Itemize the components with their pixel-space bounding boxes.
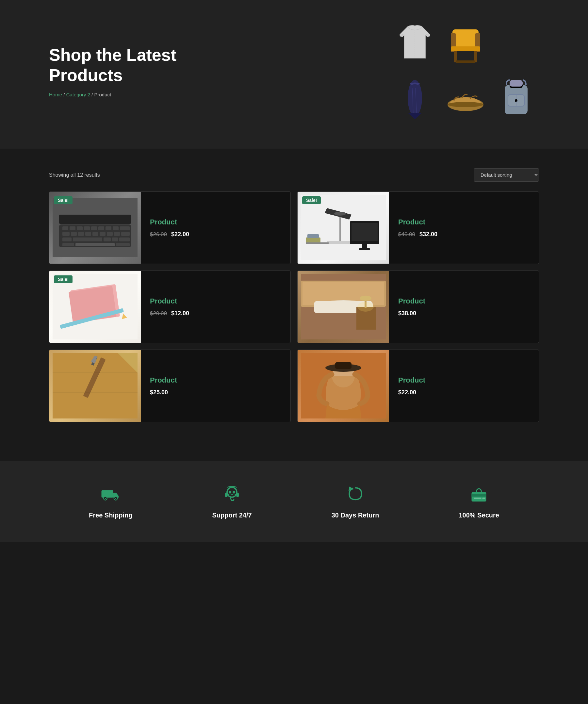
svg-rect-92	[236, 493, 239, 497]
svg-rect-100	[474, 497, 481, 499]
product-image-3: Sale!	[49, 271, 141, 343]
svg-rect-44	[73, 237, 102, 241]
svg-rect-28	[84, 226, 90, 230]
product-card-5[interactable]: Product $25.00	[49, 350, 291, 422]
price-sale-3: $12.00	[171, 310, 189, 316]
hero-title-line2: Products	[49, 66, 122, 84]
feature-shipping-label: Free Shipping	[89, 512, 132, 519]
sale-badge-3: Sale!	[54, 275, 72, 283]
product-price-1: $26.00 $22.00	[150, 231, 189, 238]
svg-rect-47	[119, 237, 130, 241]
svg-rect-84	[335, 362, 352, 369]
feature-return-label: 30 Days Return	[332, 512, 379, 519]
svg-rect-48	[62, 243, 74, 246]
product-image-inner-6	[298, 350, 389, 422]
svg-rect-101	[482, 497, 485, 499]
breadcrumb-home[interactable]: Home	[49, 92, 62, 97]
svg-point-95	[233, 491, 235, 493]
svg-rect-42	[121, 232, 130, 236]
price-regular-5: $25.00	[150, 389, 168, 396]
product-grid: Sale! Product $26.00 $22.00	[49, 191, 539, 422]
product-card-1[interactable]: Sale! Product $26.00 $22.00	[49, 191, 291, 264]
svg-rect-58	[359, 248, 370, 250]
svg-rect-0	[453, 30, 479, 47]
product-name-3: Product	[150, 297, 189, 305]
product-image-5	[49, 350, 141, 422]
sale-badge-1: Sale!	[54, 196, 72, 204]
truck-icon	[101, 484, 121, 506]
price-original-1: $26.00	[150, 231, 167, 237]
product-image-6	[298, 350, 389, 422]
svg-rect-61	[306, 242, 329, 244]
svg-rect-60	[307, 234, 319, 238]
price-regular-6: $22.00	[398, 389, 416, 396]
svg-rect-31	[106, 226, 111, 230]
svg-point-54	[334, 212, 346, 216]
headset-icon	[222, 484, 242, 506]
hero-section: Shop the Latest Products Home / Category…	[0, 0, 588, 149]
svg-rect-50	[116, 243, 130, 246]
svg-rect-26	[70, 226, 75, 230]
product-card-4[interactable]: Product $38.00	[297, 271, 539, 343]
svg-point-89	[115, 498, 116, 499]
svg-rect-30	[98, 226, 104, 230]
svg-rect-53	[339, 215, 341, 241]
product-card-2[interactable]: Sale! Product $40.00 $32.00	[297, 191, 539, 264]
price-sale-1: $22.00	[171, 231, 189, 237]
product-image-2: Sale!	[298, 192, 389, 263]
price-original-3: $20.00	[150, 310, 167, 316]
svg-point-74	[360, 296, 371, 301]
hero-shirt-image	[392, 19, 438, 69]
svg-rect-40	[107, 232, 113, 236]
price-sale-2: $32.00	[419, 231, 437, 237]
product-name-4: Product	[398, 297, 425, 305]
hero-backpack-image	[493, 73, 539, 122]
toolbar: Showing all 12 results Default sorting S…	[49, 168, 539, 182]
svg-point-88	[105, 498, 106, 499]
hero-text-block: Shop the Latest Products Home / Category…	[49, 45, 176, 98]
breadcrumb-current: Product	[94, 92, 111, 97]
footer-features: Free Shipping Support 24/7	[0, 461, 588, 542]
svg-rect-39	[100, 232, 106, 236]
product-name-2: Product	[398, 218, 437, 226]
product-listing-section: Showing all 12 results Default sorting S…	[0, 149, 588, 442]
hero-sandals-image	[443, 73, 488, 122]
product-card-6[interactable]: Product $22.00	[297, 350, 539, 422]
product-price-4: $38.00	[398, 310, 425, 317]
svg-point-90	[227, 487, 237, 497]
svg-rect-24	[59, 215, 131, 224]
breadcrumb: Home / Category 2 / Product	[49, 92, 176, 97]
svg-rect-25	[62, 226, 68, 230]
svg-rect-57	[362, 244, 367, 249]
sale-badge-2: Sale!	[302, 196, 321, 204]
hero-chair-image	[443, 19, 488, 69]
product-price-3: $20.00 $12.00	[150, 310, 189, 317]
price-regular-4: $38.00	[398, 310, 416, 316]
svg-rect-45	[104, 237, 111, 241]
product-image-inner-5	[49, 350, 141, 422]
sort-dropdown[interactable]: Default sorting Sort by popularity Sort …	[474, 168, 539, 182]
breadcrumb-category[interactable]: Category 2	[66, 92, 90, 97]
product-price-2: $40.00 $32.00	[398, 231, 437, 238]
svg-rect-98	[472, 493, 486, 501]
svg-point-7	[408, 80, 422, 116]
svg-point-94	[229, 491, 231, 493]
hero-tie-image	[392, 73, 438, 122]
return-icon	[346, 484, 365, 506]
feature-secure: 100% Secure	[459, 484, 499, 519]
hero-empty-top-right	[493, 19, 539, 69]
svg-rect-33	[120, 226, 130, 230]
svg-rect-35	[71, 232, 77, 236]
product-info-5: Product $25.00	[141, 350, 186, 422]
hero-title: Shop the Latest Products	[49, 45, 176, 85]
svg-rect-49	[75, 243, 115, 246]
product-info-2: Product $40.00 $32.00	[389, 192, 447, 263]
svg-rect-36	[78, 232, 84, 236]
product-image-4	[298, 271, 389, 343]
product-name-6: Product	[398, 376, 425, 385]
product-image-inner-4	[298, 271, 389, 343]
product-card-3[interactable]: Sale! Product $20.00 $12.00	[49, 271, 291, 343]
svg-rect-6	[456, 60, 475, 63]
svg-rect-27	[77, 226, 83, 230]
svg-rect-38	[93, 232, 98, 236]
